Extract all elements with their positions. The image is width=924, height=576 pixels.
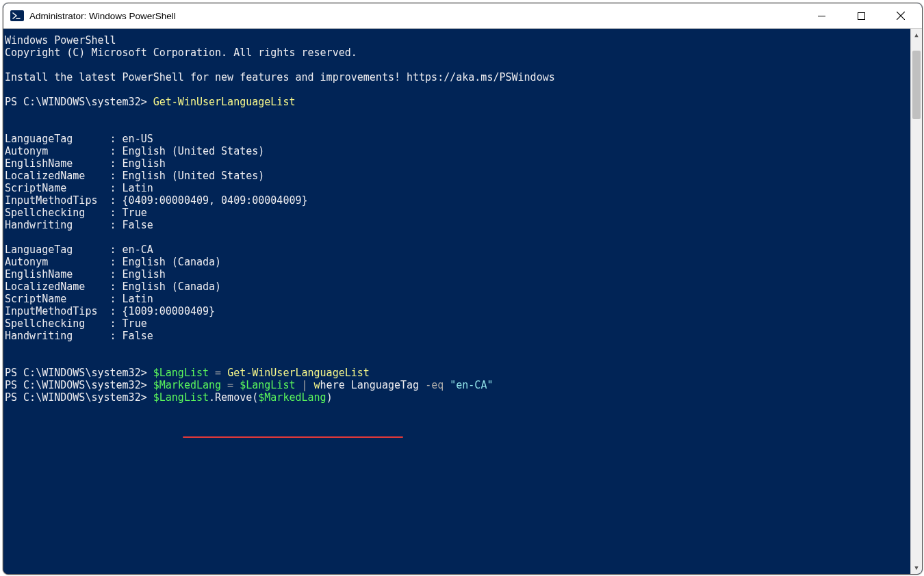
lang1-english: EnglishName : English: [5, 157, 166, 170]
scroll-down-arrow-icon[interactable]: ▼: [911, 562, 922, 574]
lang1-script: ScriptName : Latin: [5, 182, 153, 194]
install-hint: Install the latest PowerShell for new fe…: [5, 71, 555, 83]
string-enca: "en-CA": [450, 379, 493, 391]
var-langlist-3: $LangList: [153, 391, 209, 404]
svg-rect-0: [10, 10, 24, 21]
window-title: Administrator: Windows PowerShell: [29, 11, 801, 21]
eq-1: =: [209, 367, 227, 379]
prompt-1: PS C:\WINDOWS\system32>: [5, 96, 153, 108]
lang2-script: ScriptName : Latin: [5, 293, 153, 305]
lang1-hand: Handwriting : False: [5, 219, 153, 231]
cmd-1: Get-WinUserLanguageList: [153, 96, 296, 108]
var-markedlang-2: $MarkedLang: [258, 391, 326, 404]
scrollbar[interactable]: ▲ ▼: [910, 29, 922, 574]
powershell-window: Administrator: Windows PowerShell Window…: [3, 3, 923, 575]
var-markedlang-1: $MarkedLang: [153, 379, 221, 391]
lang1-localized: LocalizedName : English (United States): [5, 170, 264, 182]
prompt-3: PS C:\WINDOWS\system32>: [5, 379, 153, 391]
prompt-4: PS C:\WINDOWS\system32>: [5, 391, 153, 404]
banner-line-2: Copyright (C) Microsoft Corporation. All…: [5, 47, 357, 59]
var-langlist-1: $LangList: [153, 367, 209, 379]
window-buttons: [801, 3, 922, 28]
lang2-english: EnglishName : English: [5, 268, 166, 280]
eq-2: =: [221, 379, 240, 391]
powershell-icon: [10, 9, 24, 23]
lang1-input: InputMethodTips : {0409:00000409, 0409:0…: [5, 194, 308, 207]
scroll-up-arrow-icon[interactable]: ▲: [911, 29, 922, 41]
where-w: w: [314, 379, 320, 391]
prompt-2: PS C:\WINDOWS\system32>: [5, 367, 153, 379]
lang2-input: InputMethodTips : {1009:00000409}: [5, 305, 215, 317]
lang2-autonym: Autonym : English (Canada): [5, 256, 221, 268]
maximize-button[interactable]: [841, 3, 881, 28]
languagetag-prop: LanguageTag: [351, 379, 425, 391]
terminal-area[interactable]: Windows PowerShell Copyright (C) Microso…: [3, 29, 922, 574]
lang1-autonym: Autonym : English (United States): [5, 145, 264, 157]
lang2-hand: Handwriting : False: [5, 330, 153, 342]
title-bar[interactable]: Administrator: Windows PowerShell: [3, 3, 922, 29]
lang1-spell: Spellchecking : True: [5, 207, 147, 219]
var-langlist-2: $LangList: [240, 379, 301, 391]
lang2-tag: LanguageTag : en-CA: [5, 244, 153, 256]
svg-rect-3: [858, 12, 864, 19]
eq-op: -eq: [425, 379, 450, 391]
banner-line-1: Windows PowerShell: [5, 34, 116, 47]
close-paren: ): [326, 391, 333, 404]
remove-call: .Remove(: [209, 391, 258, 404]
red-underline-annotation: [183, 436, 403, 438]
scroll-thumb[interactable]: [912, 51, 921, 119]
lang2-localized: LocalizedName : English (Canada): [5, 280, 221, 293]
lang1-tag: LanguageTag : en-US: [5, 133, 153, 145]
minimize-button[interactable]: [801, 3, 841, 28]
where-rest: here: [320, 379, 351, 391]
cmd-2: Get-WinUserLanguageList: [227, 367, 370, 379]
pipe: |: [302, 379, 308, 391]
space-1: [308, 379, 314, 391]
lang2-spell: Spellchecking : True: [5, 317, 147, 330]
close-button[interactable]: [881, 3, 921, 28]
